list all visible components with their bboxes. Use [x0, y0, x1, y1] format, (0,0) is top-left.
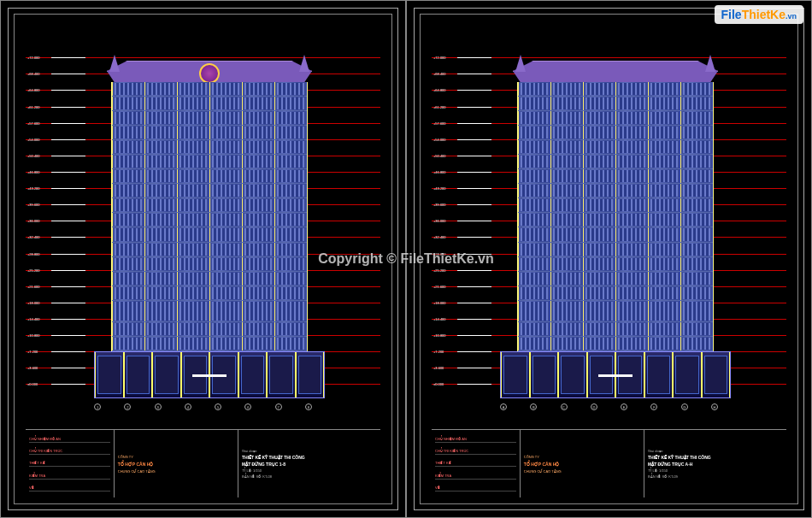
floor	[518, 243, 713, 257]
approval-list: CHỦ NHIỆM ĐỒ ÁNCHỦ TRÌ KIẾN TRÚCTHIẾT KẾ…	[432, 430, 521, 497]
grid-bubbles: 12345678	[94, 403, 312, 415]
floor	[518, 272, 713, 286]
sheet-left[interactable]: +72.000+68.400+64.800+61.200+57.600+54.0…	[0, 0, 406, 518]
window-bay	[648, 198, 680, 212]
window-bay	[144, 111, 177, 125]
floor	[112, 198, 307, 213]
company-label: CÔNG TY	[118, 455, 234, 459]
level-label: +18.000	[27, 300, 40, 304]
window-bay	[144, 301, 177, 321]
window-bay	[144, 286, 177, 300]
floor	[112, 111, 307, 126]
window-bay	[177, 257, 209, 271]
level-label: +32.400	[27, 235, 40, 239]
window-bay	[615, 322, 648, 336]
level-tick	[51, 237, 85, 238]
window-bay	[144, 198, 177, 212]
floor	[112, 97, 307, 111]
floor	[112, 184, 307, 198]
level-tick	[51, 351, 85, 352]
drawing-area[interactable]: +72.000+68.400+64.800+61.200+57.600+54.0…	[26, 26, 380, 424]
grid-bubble: D	[591, 403, 597, 410]
window-bay	[177, 140, 209, 154]
podium-column	[296, 352, 325, 397]
drawing-area[interactable]: +72.000+68.400+64.800+61.200+57.600+54.0…	[432, 26, 786, 424]
drawing-info: Giai đoạn: THIẾT KẾ KỸ THUẬT THI CÔNG MẶ…	[238, 430, 380, 497]
window-bay	[144, 82, 177, 96]
window-bay	[112, 198, 144, 212]
level-label: +43.200	[433, 186, 446, 191]
window-bay	[177, 155, 209, 168]
window-bay	[583, 97, 615, 110]
window-bay	[680, 322, 713, 336]
grid-bubble: C	[561, 403, 568, 410]
level-label: +10.800	[27, 333, 40, 338]
window-bay	[209, 301, 242, 321]
level-label: +57.600	[27, 121, 40, 125]
floor	[518, 286, 713, 301]
window-bay	[242, 198, 274, 212]
floor	[112, 272, 307, 286]
scale-bar	[192, 374, 227, 377]
window-bay	[209, 155, 242, 168]
level-label: +43.200	[27, 186, 40, 191]
roof-spire-right	[705, 55, 715, 72]
grid-bubble: 1	[94, 403, 101, 410]
window-bay	[583, 140, 615, 154]
window-bay	[680, 155, 713, 168]
cad-canvas[interactable]: +72.000+68.400+64.800+61.200+57.600+54.0…	[0, 0, 812, 518]
podium-column	[152, 352, 181, 397]
level-label: +7.200	[27, 350, 38, 354]
window-bay	[274, 257, 307, 271]
tower	[111, 82, 308, 351]
window-bay	[583, 286, 615, 300]
level-label: +39.600	[27, 203, 40, 207]
level-tick	[457, 156, 491, 156]
level-tick	[457, 107, 491, 108]
level-label: +25.200	[27, 268, 40, 272]
window-bay	[144, 184, 177, 197]
level-tick	[457, 270, 491, 271]
level-tick	[51, 123, 85, 124]
window-bay	[680, 272, 713, 285]
window-bay	[648, 97, 680, 110]
grid-bubble: 3	[155, 403, 162, 410]
window-bay	[615, 337, 648, 350]
window-bay	[242, 169, 274, 183]
window-bay	[550, 97, 583, 110]
logo-part1: File	[721, 8, 742, 21]
sheet-right[interactable]: +72.000+68.400+64.800+61.200+57.600+54.0…	[406, 0, 812, 518]
tower	[517, 82, 714, 351]
window-bay	[274, 227, 307, 241]
floor	[518, 213, 713, 227]
window-bay	[583, 257, 615, 271]
grid-bubble: 8	[305, 403, 312, 410]
drawing-title: MẶT ĐỨNG TRỤC A-H	[648, 462, 783, 467]
window-bay	[648, 286, 680, 300]
podium-column	[530, 352, 559, 397]
floor	[518, 337, 713, 351]
window-bay	[550, 111, 583, 125]
window-bay	[144, 337, 177, 350]
window-bay	[550, 198, 583, 212]
window-bay	[177, 184, 209, 197]
grid-bubble: A	[500, 403, 507, 410]
floor	[112, 286, 307, 301]
window-bay	[648, 257, 680, 271]
window-bay	[550, 257, 583, 271]
window-bay	[209, 227, 242, 241]
window-bay	[209, 198, 242, 212]
level-label: +39.600	[433, 203, 446, 207]
level-tick	[51, 139, 85, 140]
floor	[112, 243, 307, 257]
window-bay	[274, 243, 307, 256]
window-bay	[583, 82, 615, 96]
window-bay	[615, 97, 648, 110]
approval-row: CHỦ NHIỆM ĐỒ ÁN	[435, 436, 516, 443]
roof-spire-left	[109, 55, 120, 72]
podium-column	[95, 352, 124, 397]
window-bay	[680, 140, 713, 154]
level-label: +28.800	[433, 251, 446, 256]
window-bay	[242, 184, 274, 197]
window-bay	[583, 243, 615, 256]
